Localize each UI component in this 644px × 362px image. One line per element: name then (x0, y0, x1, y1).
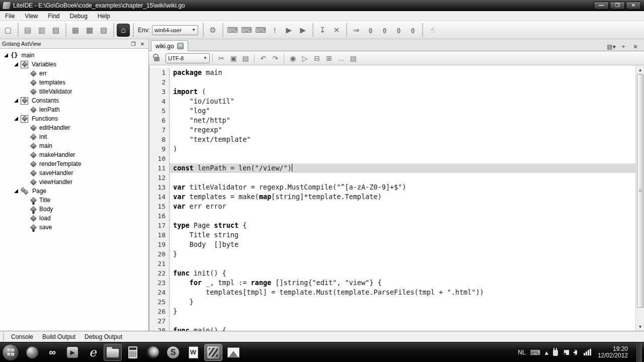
code-line[interactable]: 21 (149, 259, 635, 268)
reload-file-button[interactable]: ▧ (49, 24, 62, 37)
tree-item-body[interactable]: Body (0, 205, 148, 214)
tree-item-main[interactable]: {}main (0, 51, 148, 60)
calculator-icon[interactable] (124, 344, 142, 361)
menu-help[interactable]: Help (93, 12, 115, 21)
tree-item-init[interactable]: init (0, 132, 148, 141)
copy-button[interactable]: ▣ (228, 53, 239, 64)
code-line[interactable]: 13var titleValidator = regexp.MustCompil… (149, 183, 635, 192)
code-line[interactable]: 20} (149, 249, 635, 259)
skype-icon[interactable]: S (164, 344, 182, 361)
minimize-button[interactable]: — (594, 2, 609, 10)
expander-icon[interactable] (14, 62, 18, 66)
code-line[interactable]: 24 templates[tmpl] = template.Must(templ… (149, 288, 635, 297)
code-line[interactable]: 7 "regexp" (149, 125, 635, 135)
start-button[interactable] (2, 344, 19, 361)
file-info-button[interactable]: ▤ (348, 53, 359, 64)
undo-button[interactable]: ↶ (258, 53, 269, 64)
cut-button[interactable]: ✂ (216, 53, 227, 64)
show-desktop-button[interactable] (636, 342, 642, 362)
network-signal-icon[interactable] (584, 349, 591, 355)
tree-item-makehandler[interactable]: makeHandler (0, 150, 148, 159)
fold-block-button[interactable]: {} (364, 24, 377, 37)
liteide-icon[interactable] (204, 344, 222, 361)
tree-item-err[interactable]: err (0, 69, 148, 78)
code-line[interactable]: 16 (149, 211, 635, 221)
code-line[interactable]: 27 (149, 316, 635, 326)
code-line[interactable]: 28func main() { (149, 326, 635, 331)
code-line[interactable]: 10 (149, 154, 635, 163)
open-file-button[interactable]: ▥ (35, 24, 48, 37)
editor-scrollbar[interactable]: ▲ ▼ (635, 65, 644, 331)
code-line[interactable]: 1package main (149, 68, 635, 77)
keyboard-icon[interactable]: ⌨ (530, 348, 540, 356)
record-macro-button[interactable]: ◉ (287, 53, 298, 64)
split-add-button[interactable]: + (619, 43, 628, 51)
tree-item-main[interactable]: main (0, 141, 148, 150)
code-line[interactable]: 19 Body []byte (149, 240, 635, 249)
tab-wiki-go[interactable]: wiki.go ✕ (151, 40, 188, 51)
open-folder-button[interactable]: ▤ (21, 24, 34, 37)
menu-debug[interactable]: Debug (64, 12, 92, 21)
tree-item-load[interactable]: load (0, 214, 148, 223)
insert-doc-button[interactable]: ↧ (316, 24, 329, 37)
restore-button[interactable]: ❐ (610, 2, 625, 10)
code-line[interactable]: 15var err error (149, 202, 635, 211)
menu-view[interactable]: View (20, 12, 43, 21)
paint-icon[interactable] (224, 344, 243, 361)
media-player-icon[interactable]: ▶ (63, 344, 82, 361)
code-line[interactable]: 18 Title string (149, 230, 635, 240)
expander-icon[interactable] (14, 99, 18, 103)
file-explorer-icon[interactable] (104, 344, 122, 361)
code-line[interactable]: 11const lenPath = len("/view/") (149, 163, 635, 173)
close-editor-button[interactable]: ✕ (631, 43, 640, 51)
tree-item-viewhandler[interactable]: viewHandler (0, 177, 148, 187)
code-line[interactable]: 2 (149, 77, 635, 87)
scrollbar-thumb[interactable] (637, 74, 643, 308)
tree-item-variables[interactable]: Variables (0, 60, 148, 69)
expander-icon[interactable] (14, 189, 18, 193)
save-all-button[interactable]: ▩ (83, 24, 96, 37)
firefox-icon[interactable] (144, 344, 162, 361)
home-button[interactable]: ⌂ (117, 24, 130, 37)
code-line[interactable]: 22func init() { (149, 268, 635, 278)
tree-item-rendertemplate[interactable]: renderTemplate (0, 159, 148, 168)
hand-tool-button[interactable]: ☝ (426, 24, 439, 37)
redo-button[interactable]: ↷ (270, 53, 281, 64)
env-combobox[interactable]: win64-user▼ (152, 25, 198, 35)
print-button[interactable]: ⊟ (311, 53, 323, 64)
tree-item-lenpath[interactable]: lenPath (0, 105, 148, 114)
more-button[interactable]: … (336, 53, 347, 64)
float-panel-button[interactable]: ❐ (129, 40, 137, 47)
code-line[interactable]: 17type Page struct { (149, 221, 635, 230)
new-file-button[interactable]: ▢ (2, 24, 15, 37)
build-button[interactable]: ⌨ (226, 24, 239, 37)
code-line[interactable]: 23 for _, tmpl := range []string{"edit",… (149, 278, 635, 288)
scroll-down-icon[interactable]: ▼ (636, 323, 644, 330)
word-icon[interactable]: W (184, 344, 202, 361)
output-tab-debug-output[interactable]: Debug Output (82, 332, 128, 341)
print-preview-button[interactable]: ⊞ (324, 53, 335, 64)
stop-button[interactable]: ! (268, 24, 281, 37)
tree-item-edithandler[interactable]: editHandler (0, 123, 148, 132)
unfold-block-button[interactable]: {} (378, 24, 391, 37)
code-line[interactable]: 6 "net/http" (149, 116, 635, 125)
code-line[interactable]: 14var templates = make(map[string]*templ… (149, 192, 635, 202)
fold-all-button[interactable]: {} (392, 24, 405, 37)
paste-button[interactable]: ▤ (240, 53, 251, 64)
tree-item-titlevalidator[interactable]: titleValidator (0, 87, 148, 96)
tree-item-functions[interactable]: Functions (0, 114, 148, 123)
output-tab-console[interactable]: Console (8, 332, 39, 341)
play-macro-button[interactable]: ▷ (299, 53, 310, 64)
power-plug-icon[interactable] (553, 348, 558, 356)
volume-icon[interactable] (573, 350, 579, 355)
network-globe-icon[interactable] (23, 344, 41, 361)
output-tab-build-output[interactable]: Build Output (39, 332, 82, 341)
expander-icon[interactable] (14, 117, 18, 121)
run-button[interactable]: ▶ (282, 24, 295, 37)
run-terminal-button[interactable]: ▶ (296, 24, 309, 37)
visual-studio-icon[interactable]: ∞ (43, 344, 61, 361)
code-editor[interactable]: 1package main23import (4 "io/ioutil"5 "l… (149, 65, 644, 331)
menu-file[interactable]: File (0, 12, 20, 21)
save-file-button[interactable]: ▦ (69, 24, 82, 37)
scroll-up-icon[interactable]: ▲ (636, 66, 644, 73)
